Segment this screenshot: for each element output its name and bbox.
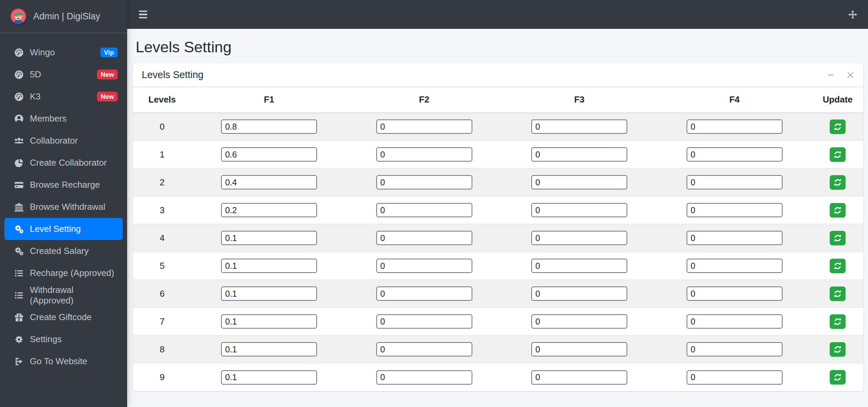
update-button[interactable] <box>830 259 846 273</box>
f1-input[interactable] <box>221 203 317 217</box>
sidebar-item-recharge-approved[interactable]: Recharge (Approved) <box>4 262 123 284</box>
table-row: 9 <box>133 363 863 391</box>
menu-toggle-button[interactable] <box>138 9 149 20</box>
user-panel: Admin | DigiSlay <box>0 0 127 33</box>
f1-input[interactable] <box>221 286 317 301</box>
update-button[interactable] <box>830 314 846 329</box>
sidebar-item-browse-recharge[interactable]: Browse Recharge <box>4 174 123 196</box>
collapse-button[interactable] <box>827 71 835 79</box>
sync-icon <box>833 178 842 187</box>
f2-input[interactable] <box>376 175 472 189</box>
update-button[interactable] <box>830 370 846 385</box>
f1-input[interactable] <box>221 342 317 356</box>
f2-input[interactable] <box>376 147 472 162</box>
f3-input[interactable] <box>531 342 627 356</box>
sidebar-item-go-to-website[interactable]: Go To Website <box>4 350 123 372</box>
sidebar-item-label: 5D <box>30 69 41 80</box>
cogs-icon <box>13 224 25 234</box>
sidebar-item-5d[interactable]: 5DNew <box>4 63 123 86</box>
level-cell: 9 <box>133 363 192 391</box>
f2-input[interactable] <box>376 314 472 329</box>
sidebar-item-created-salary[interactable]: Created Salary <box>4 240 123 262</box>
sidebar-item-label: Go To Website <box>30 356 87 367</box>
update-button[interactable] <box>830 286 846 301</box>
update-button[interactable] <box>830 203 846 218</box>
f3-input[interactable] <box>531 259 627 273</box>
sidebar-item-label: Browse Withdrawal <box>30 202 105 212</box>
sync-icon <box>833 150 842 159</box>
sidebar-item-settings[interactable]: Settings <box>4 328 123 350</box>
sidebar-item-create-giftcode[interactable]: Create Giftcode <box>4 306 123 328</box>
f3-input[interactable] <box>531 370 627 385</box>
sync-icon <box>833 122 842 131</box>
admin-brand-title: Admin | DigiSlay <box>33 11 100 22</box>
sidebar-item-browse-withdrawal[interactable]: Browse Withdrawal <box>4 196 123 218</box>
sidebar-item-label: K3 <box>30 91 41 102</box>
sidebar-item-k3[interactable]: K3New <box>4 86 123 108</box>
f1-input[interactable] <box>221 119 317 134</box>
f4-input[interactable] <box>687 370 783 385</box>
f3-input[interactable] <box>531 314 627 329</box>
sidebar-item-members[interactable]: Members <box>4 108 123 130</box>
f1-input[interactable] <box>221 147 317 162</box>
f3-input[interactable] <box>531 119 627 134</box>
sync-icon <box>833 317 842 326</box>
sync-icon <box>833 373 842 382</box>
sync-icon <box>833 289 842 298</box>
sidebar-item-wingo[interactable]: WingoVip <box>4 41 123 63</box>
f1-input[interactable] <box>221 370 317 385</box>
table-row: 2 <box>133 168 863 196</box>
close-button[interactable] <box>846 71 854 79</box>
chart-pie-icon <box>13 158 25 168</box>
f4-input[interactable] <box>687 147 783 162</box>
f4-input[interactable] <box>687 203 783 217</box>
sidebar-item-level-setting[interactable]: Level Setting <box>4 218 123 240</box>
update-button[interactable] <box>830 119 846 134</box>
sidebar-item-withdrawal-approved[interactable]: Withdrawal (Approved) <box>4 284 123 306</box>
sidebar-item-label: Create Collaborator <box>30 158 107 168</box>
sidebar-item-label: Recharge (Approved) <box>30 268 114 278</box>
f2-input[interactable] <box>376 259 472 273</box>
f2-input[interactable] <box>376 370 472 385</box>
f2-input[interactable] <box>376 203 472 217</box>
sidebar-item-label: Create Giftcode <box>30 312 92 322</box>
sync-icon <box>833 261 842 271</box>
sync-icon <box>833 206 842 215</box>
f4-input[interactable] <box>687 314 783 329</box>
f4-input[interactable] <box>687 175 783 189</box>
f2-input[interactable] <box>376 231 472 245</box>
f4-input[interactable] <box>687 286 783 301</box>
card-header: Levels Setting <box>133 63 863 87</box>
fullscreen-button[interactable] <box>848 10 857 19</box>
f1-input[interactable] <box>221 259 317 273</box>
f3-input[interactable] <box>531 203 627 217</box>
f2-input[interactable] <box>376 119 472 134</box>
column-header-f4: F4 <box>657 87 812 113</box>
f3-input[interactable] <box>531 231 627 245</box>
f4-input[interactable] <box>687 259 783 273</box>
f3-input[interactable] <box>531 286 627 301</box>
level-cell: 2 <box>133 168 192 196</box>
level-cell: 7 <box>133 308 192 335</box>
gear-icon <box>13 334 25 345</box>
f1-input[interactable] <box>221 231 317 245</box>
column-header-f2: F2 <box>347 87 502 113</box>
update-button[interactable] <box>830 147 846 162</box>
update-button[interactable] <box>830 231 846 245</box>
f4-input[interactable] <box>687 119 783 134</box>
f4-input[interactable] <box>687 342 783 356</box>
sync-icon <box>833 234 842 243</box>
update-button[interactable] <box>830 175 846 190</box>
f3-input[interactable] <box>531 175 627 189</box>
f1-input[interactable] <box>221 175 317 189</box>
f1-input[interactable] <box>221 314 317 329</box>
sidebar-item-collaborator[interactable]: Collaborator <box>4 130 123 152</box>
list-icon <box>13 290 25 300</box>
f3-input[interactable] <box>531 147 627 162</box>
f2-input[interactable] <box>376 342 472 356</box>
f4-input[interactable] <box>687 231 783 245</box>
f2-input[interactable] <box>376 286 472 301</box>
update-button[interactable] <box>830 342 846 357</box>
sidebar-item-create-collaborator[interactable]: Create Collaborator <box>4 152 123 174</box>
tachometer-icon <box>13 92 25 102</box>
